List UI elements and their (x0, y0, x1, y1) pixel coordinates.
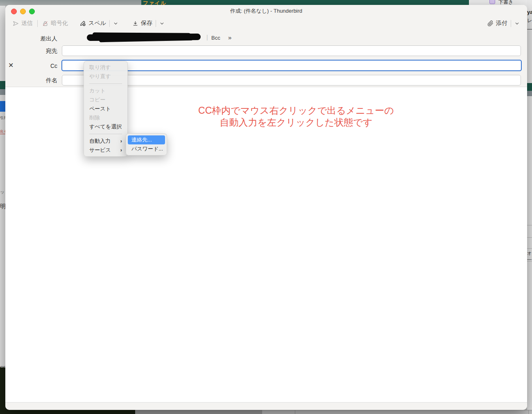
compose-toolbar: 送信 暗号化 スペル 保存 添付 (5, 16, 527, 30)
background-tsu-text: ッ (0, 189, 5, 195)
menu-item-cut[interactable]: カット (84, 86, 127, 95)
desktop-wallpaper (0, 410, 135, 414)
encrypt-button[interactable]: 暗号化 (42, 20, 68, 27)
submenu-arrow-icon: › (120, 146, 122, 155)
background-gray-band-right (527, 91, 532, 96)
background-green-band (0, 81, 5, 89)
send-button[interactable]: 送信 (13, 20, 33, 27)
background-blue-band (0, 101, 5, 112)
background-odash-text: オ— (527, 250, 532, 261)
from-label: 差出人 (5, 35, 57, 43)
save-download-icon (132, 20, 138, 27)
background-quote-text: 引用 (0, 115, 5, 120)
paperclip-icon (487, 20, 494, 27)
submenu-item-passwords[interactable]: パスワード... (128, 144, 165, 153)
menu-separator (89, 134, 122, 134)
annotation-line-2: 自動入力を左クリックした状態です (194, 117, 398, 128)
divider (527, 225, 532, 225)
menu-item-copy[interactable]: コピー (84, 95, 127, 104)
background-mei-text: 明 (0, 203, 5, 210)
menu-item-delete[interactable]: 削除 (84, 113, 127, 122)
menu-separator (89, 83, 122, 84)
divider (527, 237, 532, 238)
x-mark: ✕ (8, 61, 14, 69)
bcc-toggle[interactable]: Bcc (211, 35, 220, 41)
attach-dropdown-chevron[interactable] (514, 21, 520, 26)
background-gray-band (0, 89, 5, 95)
cc-input[interactable] (61, 60, 522, 71)
toolbar-separator (156, 20, 156, 27)
menu-item-select-all[interactable]: すべてを選択 (84, 122, 127, 131)
background-left-strip: 引用 出る ッ 明 CF (0, 6, 5, 410)
background-right-strip: ya レ — オ— (527, 0, 532, 414)
to-label: 宛先 (5, 47, 57, 55)
background-bottom-strip (0, 410, 532, 414)
send-icon (13, 20, 19, 27)
lock-slash-icon (42, 20, 48, 27)
redacted-from-address (87, 34, 201, 41)
spell-button[interactable]: スペル (79, 20, 106, 27)
context-menu: 取り消す やり直す カット コピー ペースト 削除 すべてを選択 自動入力 › … (84, 61, 128, 157)
window-title: 作成: (件名なし) - Thunderbird (5, 5, 527, 16)
toolbar-separator (37, 20, 38, 27)
menu-item-redo[interactable]: やり直す (84, 72, 127, 81)
background-re-text: レ (527, 17, 532, 24)
status-bar (5, 402, 527, 410)
subject-input[interactable] (62, 75, 521, 86)
save-dropdown-chevron[interactable] (159, 21, 165, 26)
menu-item-paste[interactable]: ペースト (84, 104, 127, 113)
spell-dropdown-chevron[interactable] (113, 21, 118, 26)
annotation-line-1: CC枠内でマウス右クリックで出るメニューの (194, 105, 398, 117)
toolbar-separator (109, 20, 110, 27)
background-window-edge (262, 410, 532, 414)
background-window-edge (135, 410, 262, 414)
attach-button[interactable]: 添付 (487, 20, 507, 27)
more-addressing-options[interactable]: » (228, 34, 231, 41)
divider (527, 248, 532, 249)
background-deru-text: 出る (0, 129, 5, 134)
autofill-submenu: 連絡先... パスワード... (126, 133, 167, 155)
divider: | (206, 34, 208, 40)
background-green-band-right (527, 83, 532, 91)
background-dash-text: — (527, 26, 532, 32)
menu-item-services[interactable]: サービス › (84, 146, 127, 155)
menu-item-undo[interactable]: 取り消す (84, 63, 127, 72)
spell-check-icon (79, 20, 86, 27)
titlebar[interactable]: 作成: (件名なし) - Thunderbird (5, 5, 527, 16)
background-ya-text: ya (527, 9, 532, 15)
divider (295, 410, 295, 414)
to-input[interactable] (62, 45, 521, 56)
toolbar-separator (511, 20, 511, 27)
submenu-arrow-icon: › (120, 137, 122, 146)
submenu-item-contacts[interactable]: 連絡先... (128, 135, 165, 144)
menu-item-autofill[interactable]: 自動入力 › (84, 137, 127, 146)
divider (528, 410, 529, 414)
subject-label: 件名 (5, 77, 57, 84)
draft-icon (489, 0, 495, 4)
save-button[interactable]: 保存 (132, 20, 152, 27)
annotation-text: CC枠内でマウス右クリックで出るメニューの 自動入力を左クリックした状態です (194, 105, 398, 128)
